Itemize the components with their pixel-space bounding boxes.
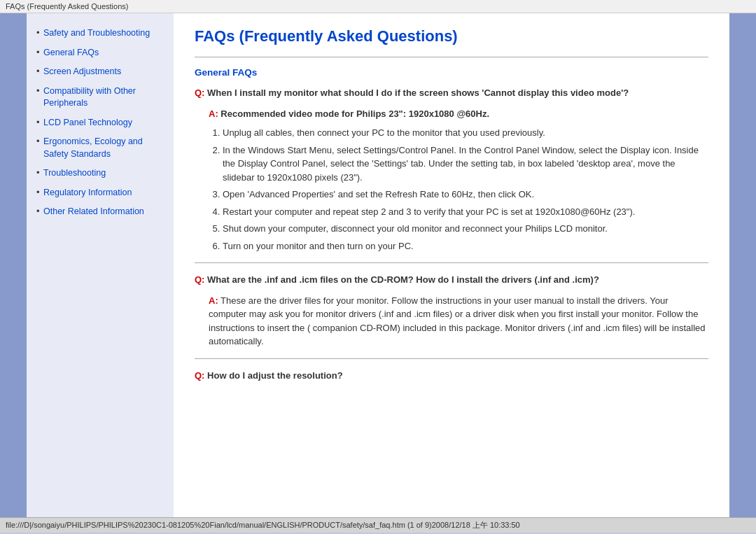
- q1-answer: A: Recommended video mode for Philips 23…: [209, 107, 708, 253]
- sidebar-link-compatibility[interactable]: Compatibility with Other Peripherals: [43, 86, 136, 108]
- sidebar-item-safety: Safety and Troubleshooting: [36, 27, 167, 40]
- q3-label: Q:: [195, 370, 204, 381]
- q2-answer: A: These are the driver files for your m…: [209, 294, 708, 349]
- sidebar-link-general-faqs[interactable]: General FAQs: [43, 48, 99, 57]
- sidebar-item-ergonomics: Ergonomics, Ecology and Safety Standards: [36, 136, 167, 160]
- q1-divider: [195, 262, 708, 263]
- sidebar-item-regulatory: Regulatory Information: [36, 187, 167, 199]
- page-title: FAQs (Frequently Asked Questions): [195, 27, 708, 45]
- sidebar-link-safety[interactable]: Safety and Troubleshooting: [43, 28, 150, 38]
- q2-divider: [195, 358, 708, 359]
- sidebar-link-other[interactable]: Other Related Information: [43, 206, 144, 216]
- sidebar-item-lcd: LCD Panel Technology: [36, 117, 167, 129]
- window-title: FAQs (Frequently Asked Questions): [0, 0, 756, 13]
- q1-answer-intro: A: Recommended video mode for Philips 23…: [209, 107, 708, 121]
- sidebar-link-screen-adjustments[interactable]: Screen Adjustments: [43, 66, 121, 76]
- q1-a-label: A:: [209, 108, 218, 119]
- q1-step-2: In the Windows Start Menu, select Settin…: [223, 143, 708, 185]
- title-divider: [195, 57, 708, 57]
- q1-step-3: Open 'Advanced Properties' and set the R…: [223, 188, 708, 202]
- content-area: FAQs (Frequently Asked Questions) Genera…: [174, 13, 729, 517]
- status-bar: file:///D|/songaiyu/PHILIPS/PHILIPS%2023…: [0, 517, 756, 533]
- section-title: General FAQs: [195, 67, 708, 78]
- q1-step-6: Turn on your monitor and then turn on yo…: [223, 239, 708, 253]
- q1-steps-list: Unplug all cables, then connect your PC …: [209, 126, 708, 253]
- sidebar-link-ergonomics[interactable]: Ergonomics, Ecology and Safety Standards: [43, 136, 143, 159]
- sidebar-link-troubleshooting[interactable]: Troubleshooting: [43, 168, 106, 178]
- sidebar-link-regulatory[interactable]: Regulatory Information: [43, 188, 132, 197]
- sidebar-nav: Safety and Troubleshooting General FAQs …: [36, 27, 167, 218]
- sidebar-item-compatibility: Compatibility with Other Peripherals: [36, 85, 167, 110]
- q2-question-text: What are the .inf and .icm files on the …: [207, 274, 599, 285]
- sidebar-item-general-faqs: General FAQs: [36, 47, 167, 59]
- q2-a-label: A:: [209, 295, 218, 306]
- q2-label: Q:: [195, 274, 204, 285]
- left-accent-bar: [0, 13, 27, 517]
- q3-question-text: How do I adjust the resolution?: [207, 370, 343, 381]
- q1-label: Q:: [195, 87, 204, 98]
- q2-question: Q: What are the .inf and .icm files on t…: [195, 273, 708, 287]
- q1-step-1: Unplug all cables, then connect your PC …: [223, 126, 708, 140]
- sidebar-item-screen-adjustments: Screen Adjustments: [36, 66, 167, 78]
- sidebar: Safety and Troubleshooting General FAQs …: [27, 13, 174, 517]
- q3-question: Q: How do I adjust the resolution?: [195, 369, 708, 383]
- title-bar: FAQs (Frequently Asked Questions): [0, 0, 756, 13]
- q1-question-text: When I install my monitor what should I …: [207, 87, 629, 98]
- sidebar-link-lcd[interactable]: LCD Panel Technology: [43, 118, 132, 127]
- q1-step-5: Shut down your computer, disconnect your…: [223, 222, 708, 236]
- q2-answer-content: These are the driver files for your moni…: [209, 295, 706, 347]
- q1-answer-text: Recommended video mode for Philips 23": …: [220, 108, 489, 119]
- q1-question: Q: When I install my monitor what should…: [195, 86, 708, 100]
- sidebar-item-other: Other Related Information: [36, 206, 167, 218]
- q2-answer-text: A: These are the driver files for your m…: [209, 294, 708, 349]
- q1-step-4: Restart your computer and repeat step 2 …: [223, 205, 708, 219]
- sidebar-item-troubleshooting: Troubleshooting: [36, 167, 167, 180]
- right-accent-bar: [729, 13, 756, 517]
